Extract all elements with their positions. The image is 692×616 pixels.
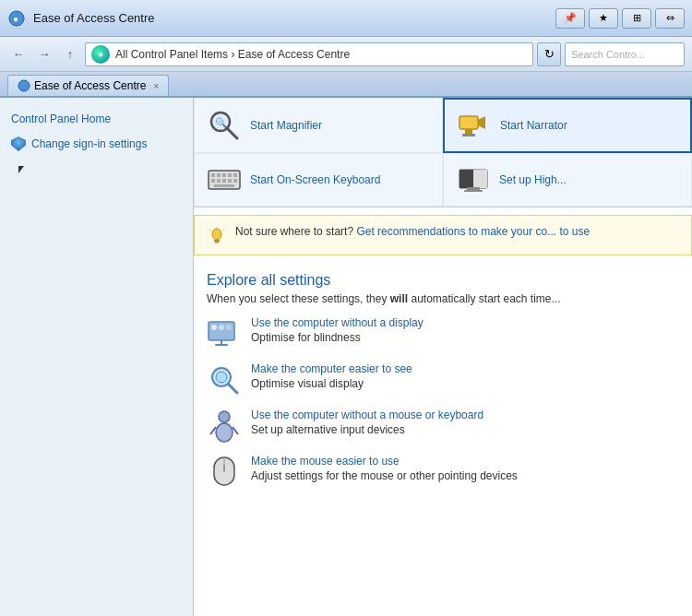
notification-text: Not sure where to start? Get recommendat… [235,225,590,238]
tool-magnifier[interactable]: 🔍 Start Magnifier [194,98,443,153]
setting-text-mouse-easier: Make the mouse easier to use Adjust sett… [251,455,518,482]
explore-title: Explore all settings [207,272,679,289]
magnifier-icon: 🔍 [208,109,241,142]
svg-line-31 [209,230,210,231]
svg-rect-14 [228,173,232,177]
notif-prefix: Not sure where to start? [235,225,353,238]
setting-link-no-mouse[interactable]: Use the computer without a mouse or keyb… [251,409,483,421]
tab-label: Ease of Access Centre [34,79,146,92]
setting-text-no-mouse: Use the computer without a mouse or keyb… [251,409,483,436]
tool-highcontrast[interactable]: Set up High... [443,153,692,207]
keyboard-icon [208,163,241,196]
setting-text-easier-see: Make the computer easier to see Optimise… [251,362,412,390]
tab-icon [18,79,30,92]
explore-section: Explore all settings When you select the… [194,263,692,510]
svg-rect-12 [217,173,221,177]
setting-text-no-display: Use the computer without a display Optim… [251,316,424,344]
sidebar-item-control-panel-home[interactable]: Control Panel Home [0,107,193,131]
search-box[interactable]: Search Contro... [565,42,685,66]
svg-point-2 [18,80,30,91]
magnifier-cursor-icon [207,362,242,397]
svg-point-27 [212,229,221,240]
svg-marker-7 [478,116,485,129]
svg-rect-23 [459,170,473,188]
sidebar-item-change-signin[interactable]: Change sign-in settings [0,131,193,157]
site-icon: ● [91,45,110,64]
tab-close-button[interactable]: × [153,81,159,91]
svg-line-41 [229,385,237,393]
notif-link[interactable]: Get recommendations to make your co... t… [356,225,590,238]
setting-desc-no-display: Optimise for blindness [251,331,361,344]
svg-rect-21 [214,184,234,187]
window-controls: 📌 ★ ⊞ ⇔ [555,8,685,29]
cursor-area [0,157,193,212]
tool-magnifier-label: Start Magnifier [250,119,322,132]
tool-narrator[interactable]: Start Narrator [443,98,692,153]
tool-keyboard-label: Start On-Screen Keyboard [250,173,380,186]
main-layout: Control Panel Home Change sign-in settin… [0,98,692,616]
setting-link-no-display[interactable]: Use the computer without a display [251,316,424,329]
active-tab[interactable]: Ease of Access Centre × [7,75,169,96]
svg-point-34 [211,325,217,330]
tool-highcontrast-label: Set up High... [499,173,567,186]
setting-item-easier-see: Make the computer easier to see Optimise… [207,362,679,397]
refresh-button[interactable]: ↻ [537,42,561,66]
svg-rect-38 [215,344,228,346]
setting-desc-no-mouse: Set up alternative input devices [251,423,405,436]
toolbar-pin-btn[interactable]: 📌 [555,8,585,29]
svg-rect-25 [467,187,480,190]
svg-rect-6 [459,116,478,129]
svg-point-43 [216,423,233,442]
sidebar-item-change-signin-label: Change sign-in settings [31,137,147,150]
highcontrast-icon [457,163,490,196]
explore-subtitle: When you select these settings, they wil… [207,292,679,305]
toolbar-split-btn[interactable]: ⇔ [655,8,685,29]
svg-rect-19 [228,179,232,183]
address-bar: ← → ↑ ● All Control Panel Items › Ease o… [0,37,692,72]
svg-rect-26 [464,190,483,192]
mouse-cursor [18,166,24,173]
app-icon: ● [7,9,26,28]
lightbulb-icon [208,227,226,245]
forward-button[interactable]: → [33,44,55,65]
narrator-icon [458,109,491,142]
toolbar-star-btn[interactable]: ★ [589,8,618,29]
svg-text:●: ● [13,14,18,24]
address-field[interactable]: ● All Control Panel Items › Ease of Acce… [85,42,533,66]
setting-desc-mouse-easier: Adjust settings for the mouse or other p… [251,469,518,482]
setting-item-mouse-easier: Make the mouse easier to use Adjust sett… [207,455,679,490]
svg-rect-20 [233,179,237,183]
title-bar: ● Ease of Access Centre 📌 ★ ⊞ ⇔ [0,0,692,37]
svg-rect-13 [222,173,226,177]
svg-line-32 [223,230,224,231]
svg-line-44 [210,427,216,434]
sidebar: Control Panel Home Change sign-in settin… [0,98,194,616]
svg-rect-29 [215,242,219,243]
svg-rect-18 [222,179,226,183]
tool-keyboard[interactable]: Start On-Screen Keyboard [194,153,443,207]
svg-rect-15 [233,173,237,177]
mouse-icon [207,455,242,490]
shield-icon [11,136,26,151]
back-button[interactable]: ← [7,44,30,65]
svg-line-4 [228,129,237,138]
setting-link-easier-see[interactable]: Make the computer easier to see [251,362,412,375]
setting-link-mouse-easier[interactable]: Make the mouse easier to use [251,455,518,468]
toolbar-tab-btn[interactable]: ⊞ [622,8,651,29]
svg-rect-24 [473,170,487,188]
svg-text:🔍: 🔍 [215,116,228,129]
svg-rect-11 [211,173,215,177]
up-button[interactable]: ↑ [59,44,81,65]
svg-point-42 [219,411,230,422]
person-icon [207,409,242,444]
svg-rect-28 [214,240,220,242]
notification-box: Not sure where to start? Get recommendat… [194,215,692,255]
tool-narrator-label: Start Narrator [500,119,567,132]
breadcrumb: All Control Panel Items › Ease of Access… [115,48,350,61]
window-title: Ease of Access Centre [33,11,555,25]
svg-rect-17 [217,179,221,183]
svg-point-40 [216,372,227,383]
quick-tools-grid: 🔍 Start Magnifier Start Narrator [194,98,692,207]
content-area: 🔍 Start Magnifier Start Narrator [194,98,692,616]
search-placeholder: Search Contro... [571,49,645,60]
